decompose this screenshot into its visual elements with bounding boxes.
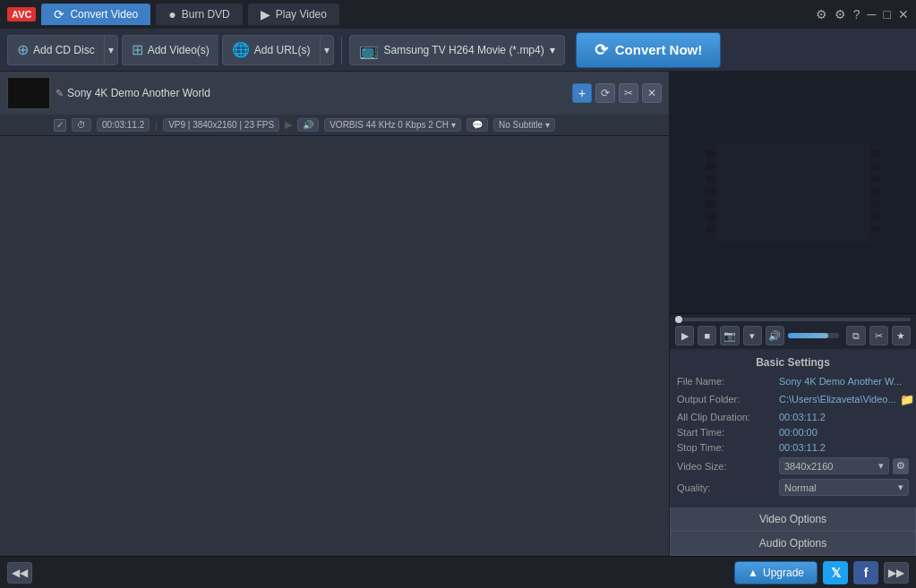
add-url-icon: 🌐 [232,41,250,58]
duration-badge: 00:03:11.2 [97,118,150,132]
upgrade-icon: ▲ [748,567,758,579]
svg-rect-16 [871,226,881,233]
toolbar-separator-1 [341,37,342,64]
stop-button[interactable]: ■ [698,326,716,345]
video-size-label: Video Size: [677,461,775,472]
gear-icon[interactable]: ⚙ [835,7,846,21]
upgrade-button[interactable]: ▲ Upgrade [734,561,818,584]
twitter-button[interactable]: 𝕏 [823,561,848,584]
detail-sep-2: ▶ [285,119,292,131]
audio-info-text: VORBIS 44 KHz 0 Kbps 2 CH [330,120,449,130]
video-info-badge: VP9 | 3840x2160 | 23 FPS [163,118,279,132]
burn-tab-icon: ● [168,7,175,21]
copy-button[interactable]: ⧉ [846,326,865,345]
filmstrip-svg [695,134,892,251]
player-controls: ▶ ■ 📷 ▾ 🔊 ⧉ ✂ ★ [670,313,916,349]
video-size-gear[interactable]: ⚙ [893,458,909,474]
preview-area [670,72,916,313]
svg-rect-10 [871,150,881,158]
add-url-button[interactable]: 🌐 Add URL(s) [222,35,320,65]
svg-rect-14 [871,200,881,208]
output-folder-row: Output Folder: C:\Users\Elizaveta\Video.… [677,391,909,407]
add-cd-button[interactable]: ⊕ Add CD Disc [7,35,104,65]
add-cd-dropdown[interactable]: ▾ [104,35,118,65]
play-button[interactable]: ▶ [675,326,694,345]
effects-button[interactable]: ★ [892,326,911,345]
file-item-details: ✓ ⏱ 00:03:11.2 | VP9 | 3840x2160 | 23 FP… [0,115,669,135]
file-checkbox[interactable]: ✓ [54,119,66,132]
subtitle-dropdown[interactable]: No Subtitle ▾ [493,118,555,132]
tab-convert-video[interactable]: ⟳ Convert Video [41,4,150,25]
file-delete-button[interactable]: ✕ [642,83,662,103]
svg-rect-12 [871,175,881,183]
volume-icon[interactable]: 🔊 [766,326,784,345]
toolbar: ⊕ Add CD Disc ▾ ⊞ Add Video(s) 🌐 Add URL… [0,29,916,72]
svg-rect-15 [871,213,881,220]
nav-prev-button[interactable]: ◀◀ [7,562,32,584]
progress-bar[interactable] [675,318,911,321]
stop-time-label: Stop Time: [677,442,775,453]
maximize-icon[interactable]: □ [884,7,891,21]
right-panel: ▶ ■ 📷 ▾ 🔊 ⧉ ✂ ★ Basic Settings File Name… [670,72,916,556]
file-actions: + ⟳ ✂ ✕ [572,83,662,103]
screenshot-dropdown[interactable]: ▾ [743,326,762,345]
edit-icon[interactable]: ✎ [56,88,64,99]
video-size-value: 3840x2160 [784,461,833,472]
quality-value: Normal [784,482,816,493]
svg-rect-3 [706,150,715,158]
quality-label: Quality: [677,482,775,493]
tab-play-video[interactable]: ▶ Play Video [248,4,339,25]
nav-next-button[interactable]: ▶▶ [884,562,909,584]
file-title-text: Sony 4K Demo Another World [67,87,210,99]
add-video-group: ⊞ Add Video(s) [122,35,218,65]
add-url-dropdown[interactable]: ▾ [320,35,334,65]
convert-now-button[interactable]: ⟳ Convert Now! [576,32,722,68]
file-name-label: File Name: [677,376,775,387]
audio-options-button[interactable]: Audio Options [670,532,916,556]
quality-select[interactable]: Normal ▾ [779,479,909,496]
tab-burn-dvd[interactable]: ● Burn DVD [156,4,243,25]
settings-title: Basic Settings [677,356,909,369]
add-video-button[interactable]: ⊞ Add Video(s) [122,35,218,65]
convert-tab-icon: ⟳ [54,7,64,21]
quality-row: Quality: Normal ▾ [677,479,909,496]
facebook-button[interactable]: f [853,561,878,584]
window-controls: ⚙ ⚙ ? ─ □ ✕ [816,7,909,21]
audio-dropdown[interactable]: VORBIS 44 KHz 0 Kbps 2 CH ▾ [324,118,461,132]
help-icon[interactable]: ? [853,7,860,21]
settings-icon[interactable]: ⚙ [816,7,827,21]
volume-bar[interactable] [788,333,840,338]
folder-browse-button[interactable]: 📁 [900,391,914,407]
video-size-select[interactable]: 3840x2160 ▾ [779,457,889,474]
video-options-button[interactable]: Video Options [670,507,916,532]
output-folder-label: Output Folder: [677,394,775,405]
minimize-icon[interactable]: ─ [868,7,877,21]
start-time-label: Start Time: [677,427,775,438]
screenshot-button[interactable]: 📷 [720,326,739,345]
video-size-row: Video Size: 3840x2160 ▾ ⚙ [677,457,909,474]
subtitle-text: No Subtitle [499,120,543,130]
file-cut-button[interactable]: ✂ [619,83,638,103]
svg-rect-13 [871,188,881,195]
filmstrip-background [670,72,916,313]
file-title-area: ✎ Sony 4K Demo Another World [56,87,567,99]
titlebar: AVC ⟳ Convert Video ● Burn DVD ▶ Play Vi… [0,0,916,29]
add-video-label: Add Video(s) [148,44,210,56]
add-cd-icon: ⊕ [17,41,29,58]
svg-rect-0 [704,143,883,242]
app-logo: AVC [7,7,36,21]
control-row: ▶ ■ 📷 ▾ 🔊 ⧉ ✂ ★ [675,326,911,345]
progress-handle[interactable] [675,316,682,323]
close-icon[interactable]: ✕ [898,7,909,21]
svg-rect-6 [706,188,715,195]
convert-now-label: Convert Now! [615,42,703,57]
trim-button[interactable]: ✂ [869,326,888,345]
play-tab-label: Play Video [276,8,327,21]
add-url-group: 🌐 Add URL(s) ▾ [222,35,334,65]
file-refresh-button[interactable]: ⟳ [595,83,615,103]
file-add-button[interactable]: + [572,83,592,103]
format-selector[interactable]: 📺 Samsung TV H264 Movie (*.mp4) ▾ [349,35,565,65]
settings-panel: Basic Settings File Name: Sony 4K Demo A… [670,349,916,507]
start-time-value: 00:00:00 [779,427,909,438]
clock-icon: ⏱ [72,118,91,132]
